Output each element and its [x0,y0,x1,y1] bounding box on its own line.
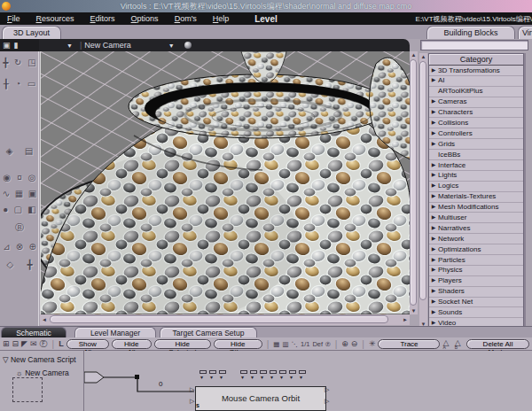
expand-arrow-icon[interactable]: ▶ [429,223,438,234]
scale-rect-icon[interactable]: ▭ [27,80,35,89]
expand-arrow-icon[interactable]: ▶ [429,191,438,202]
mail-icon[interactable]: ✉ [30,339,37,349]
category-row[interactable]: ▶Mesh Modifications [429,203,523,213]
delete-all-marks-button[interactable]: Delete All Marks [466,339,529,349]
select-icon[interactable]: ⊿ [3,243,10,252]
function-icon[interactable]: Ⓕ [40,339,48,349]
category-row[interactable]: ▶Characters [429,108,523,119]
category-row[interactable]: ▶Network [429,234,523,244]
cube-icon[interactable]: ◧ [27,206,35,214]
category-row[interactable]: ▶AI [429,76,523,87]
script-graph[interactable]: 0 Mouse Camera Orbit ▾▾▾▾▾▾▾▾▾▾▷▷▷▷s [84,351,532,411]
expand-arrow-icon[interactable]: ▶ [429,286,438,297]
expand-arrow-icon[interactable]: ▶ [429,255,438,266]
param-input-pin[interactable] [250,370,257,374]
behavior-node-mouse-camera-orbit[interactable]: Mouse Camera Orbit [195,386,326,411]
category-row[interactable]: ▶Cameras [429,97,523,108]
expander-icon[interactable]: ▽ [3,355,9,364]
category-row[interactable]: ▶Lights [429,171,523,182]
scroll-left-icon[interactable]: ◄ [40,316,49,323]
category-row[interactable]: ▶Narratives [429,223,523,234]
expand-arrow-icon[interactable]: ▶ [429,202,438,213]
category-row[interactable]: ▶3D Transformations [429,66,523,76]
tab-target-camera-setup[interactable]: Target Camera Setup [160,327,257,337]
dice-icon[interactable]: ▦ [15,190,23,198]
viewport-hscrollbar[interactable]: ◄ ► [40,314,410,325]
category-row[interactable]: ▶Sounds [429,307,523,318]
flower-icon[interactable]: ◎ [28,174,36,182]
param-input-pin[interactable] [200,370,207,374]
mark-b-icon[interactable]: △B [455,338,464,349]
column-divider[interactable] [524,53,526,328]
expand-arrow-icon[interactable]: ▶ [429,265,438,275]
eye-icon[interactable]: ◉ [3,174,11,182]
brush-icon[interactable]: ◤ [21,339,27,349]
expand-arrow-icon[interactable]: ▶ [429,97,438,107]
layout-icon[interactable]: ▦ [273,339,279,349]
expand-arrow-icon[interactable]: ▶ [429,244,438,255]
one-to-one-icon[interactable]: 1/1 [301,339,309,349]
scroll-right-icon[interactable]: ► [401,316,410,323]
category-row[interactable]: ▶Shaders [429,287,523,298]
zoom-out-icon[interactable]: ⊖ [351,339,358,349]
default-zoom-icon[interactable]: Def [312,339,323,349]
button-show-all[interactable]: Show All [66,339,109,349]
scale-icon[interactable]: ◳ [27,58,35,67]
tab-virtools-resources[interactable]: VirtoolsRe [518,26,532,39]
window-icon[interactable]: ▣ [3,41,11,50]
target-icon[interactable]: ╋ [27,260,32,269]
camera-sphere-icon[interactable] [184,42,192,49]
expand-arrow-icon[interactable]: ▶ [429,297,438,307]
category-row[interactable]: ▶Materials-Textures [429,192,523,203]
behavior-output-pin[interactable]: ▷ [325,386,329,392]
button-hide-all[interactable]: Hide All [112,339,152,349]
rotate-icon[interactable]: ↻ [14,58,21,67]
mark-a-icon[interactable]: △A [442,338,451,349]
button-hide-other[interactable]: Hide Other [214,339,262,349]
category-row[interactable]: ▶Physics [429,266,523,276]
magnify-icon[interactable]: ⊕ [28,243,35,252]
bb-vscrollbar[interactable]: ▲ ▼ [419,53,427,328]
param-input-pin[interactable] [299,370,306,374]
rounded-square-icon[interactable]: ▢ [14,206,22,214]
expand-arrow-icon[interactable]: ▶ [429,275,438,286]
param-input-pin[interactable] [209,370,216,374]
paint-roller-icon[interactable]: ▮ [14,41,19,50]
behavior-input-pin[interactable]: ▷ [190,398,194,404]
expand-arrow-icon[interactable]: ▶ [429,234,438,244]
script-tree-root[interactable]: ▽ New Camera Script [3,355,76,364]
zoom-in-icon[interactable]: ⊕ [341,339,348,349]
category-row[interactable]: ▶Socket Net [429,298,523,308]
trace-button[interactable]: Trace [378,339,440,349]
collapse-all-icon[interactable]: ⊟ [12,339,20,349]
tab-schematic[interactable]: Schematic [1,327,66,337]
expand-arrow-icon[interactable]: ▶ [429,170,438,181]
pin-icon[interactable]: ¤ [17,174,22,182]
camera-selector[interactable]: New Camera [84,41,131,50]
category-row[interactable]: ▶Players [429,276,523,287]
category-row[interactable]: ▶Particles [429,255,523,266]
viewport-vscrollbar[interactable]: ▲ ▼ [410,51,418,314]
category-row[interactable]: ▶Multiuser [429,213,523,223]
category-row[interactable]: ▶Logics [429,182,523,192]
behavior-output-pin[interactable]: ▷ [325,398,329,404]
lock-l-label[interactable]: L [59,339,64,349]
image-icon[interactable]: ▣ [28,190,36,198]
chevron-down-icon[interactable]: ▼ [66,43,73,49]
burst-icon[interactable]: ✳ [369,339,376,349]
tab-building-blocks[interactable]: Building Blocks [426,26,515,39]
button-hide-selected[interactable]: Hide Selected [154,339,211,349]
expand-arrow-icon[interactable]: ▶ [429,128,438,139]
param-input-pin[interactable] [240,370,247,374]
pushpin-icon[interactable]: ℗ [325,339,331,349]
scroll-down-icon[interactable]: ▼ [410,307,418,314]
building-blocks-search-input[interactable] [420,40,528,50]
tab-level-manager[interactable]: Level Manager [74,327,156,337]
param-input-pin[interactable] [289,370,296,374]
expand-arrow-icon[interactable]: ▶ [429,75,438,86]
expand-arrow-icon[interactable]: ▶ [429,181,438,191]
curve-icon[interactable]: ∿ [3,190,10,198]
bold-icon[interactable]: Ⓑ [15,223,24,232]
ramp-icon[interactable]: ⋱ [291,339,298,349]
expand-arrow-icon[interactable]: ▶ [429,66,438,76]
